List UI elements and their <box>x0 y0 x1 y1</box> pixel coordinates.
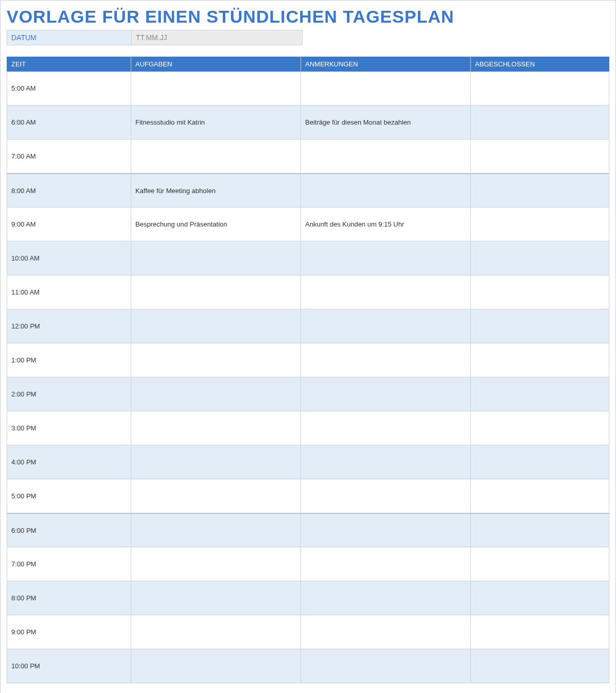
cell-aufgaben[interactable]: Kaffee für Meeting abholen <box>131 174 301 207</box>
cell-abgeschlossen[interactable] <box>471 275 609 309</box>
col-header-zeit: ZEIT <box>7 57 131 72</box>
table-row: 2:00 PM <box>7 377 609 411</box>
cell-zeit: 8:00 AM <box>7 174 131 207</box>
cell-zeit: 10:00 PM <box>7 649 131 683</box>
cell-aufgaben[interactable] <box>131 479 301 513</box>
cell-zeit: 5:00 AM <box>7 72 131 106</box>
cell-zeit: 8:00 PM <box>7 581 131 615</box>
cell-aufgaben[interactable] <box>131 649 301 683</box>
page-title: VORLAGE FÜR EINEN STÜNDLICHEN TAGESPLAN <box>7 7 609 27</box>
cell-anmerkungen[interactable]: Beiträge für diesen Monat bezahlen <box>301 106 471 140</box>
table-row: 10:00 PM <box>7 649 609 683</box>
cell-aufgaben[interactable] <box>131 547 301 581</box>
date-label: DATUM <box>7 30 132 45</box>
cell-anmerkungen[interactable] <box>301 343 471 377</box>
cell-zeit: 7:00 AM <box>7 140 131 174</box>
cell-zeit: 9:00 AM <box>7 207 131 241</box>
table-row: 5:00 PM <box>7 479 609 513</box>
cell-aufgaben[interactable] <box>131 513 301 547</box>
cell-aufgaben[interactable] <box>131 309 301 343</box>
cell-zeit: 1:00 PM <box>7 343 131 377</box>
cell-aufgaben[interactable] <box>131 140 301 174</box>
schedule-table: ZEIT AUFGABEN ANMERKUNGEN ABGESCHLOSSEN … <box>7 57 609 683</box>
cell-aufgaben[interactable] <box>131 275 301 309</box>
cell-abgeschlossen[interactable] <box>471 309 609 343</box>
table-row: 7:00 AM <box>7 140 609 174</box>
cell-anmerkungen[interactable] <box>301 241 471 275</box>
date-input[interactable]: TT.MM.JJ <box>132 30 302 45</box>
cell-zeit: 4:00 PM <box>7 445 131 479</box>
cell-aufgaben[interactable] <box>131 411 301 445</box>
cell-anmerkungen[interactable] <box>301 649 471 683</box>
cell-aufgaben[interactable] <box>131 377 301 411</box>
table-row: 4:00 PM <box>7 445 609 479</box>
cell-abgeschlossen[interactable] <box>471 72 609 106</box>
cell-anmerkungen[interactable] <box>301 479 471 513</box>
cell-aufgaben[interactable] <box>131 241 301 275</box>
cell-aufgaben[interactable] <box>131 343 301 377</box>
cell-abgeschlossen[interactable] <box>471 615 609 649</box>
cell-abgeschlossen[interactable] <box>471 581 609 615</box>
cell-anmerkungen[interactable] <box>301 445 471 479</box>
cell-zeit: 12:00 PM <box>7 309 131 343</box>
col-header-anmerkungen: ANMERKUNGEN <box>301 57 471 72</box>
cell-anmerkungen[interactable] <box>301 547 471 581</box>
table-row: 8:00 PM <box>7 581 609 615</box>
table-row: 11:00 AM <box>7 275 609 309</box>
cell-anmerkungen[interactable] <box>301 140 471 174</box>
table-row: 6:00 PM <box>7 513 609 547</box>
cell-abgeschlossen[interactable] <box>471 513 609 547</box>
cell-anmerkungen[interactable] <box>301 411 471 445</box>
cell-aufgaben[interactable] <box>131 615 301 649</box>
table-row: 9:00 PM <box>7 615 609 649</box>
table-row: 6:00 AMFitnessstudio mit KatrinBeiträge … <box>7 106 609 140</box>
cell-zeit: 10:00 AM <box>7 241 131 275</box>
cell-aufgaben[interactable] <box>131 445 301 479</box>
cell-zeit: 5:00 PM <box>7 479 131 513</box>
cell-anmerkungen[interactable]: Ankunft des Kunden um 9:15 Uhr <box>301 207 471 241</box>
cell-abgeschlossen[interactable] <box>471 241 609 275</box>
table-row: 8:00 AMKaffee für Meeting abholen <box>7 174 609 207</box>
cell-abgeschlossen[interactable] <box>471 174 609 207</box>
cell-anmerkungen[interactable] <box>301 174 471 207</box>
date-row: DATUM TT.MM.JJ <box>7 30 303 45</box>
table-row: 5:00 AM <box>7 72 609 106</box>
cell-anmerkungen[interactable] <box>301 581 471 615</box>
cell-abgeschlossen[interactable] <box>471 547 609 581</box>
cell-abgeschlossen[interactable] <box>471 377 609 411</box>
cell-anmerkungen[interactable] <box>301 275 471 309</box>
cell-anmerkungen[interactable] <box>301 513 471 547</box>
cell-anmerkungen[interactable] <box>301 309 471 343</box>
cell-abgeschlossen[interactable] <box>471 207 609 241</box>
cell-anmerkungen[interactable] <box>301 377 471 411</box>
cell-zeit: 7:00 PM <box>7 547 131 581</box>
page-container: VORLAGE FÜR EINEN STÜNDLICHEN TAGESPLAN … <box>0 0 616 693</box>
cell-abgeschlossen[interactable] <box>471 343 609 377</box>
cell-aufgaben[interactable] <box>131 72 301 106</box>
table-row: 9:00 AMBesprechung und PräsentationAnkun… <box>7 207 609 241</box>
table-row: 7:00 PM <box>7 547 609 581</box>
cell-aufgaben[interactable]: Fitnessstudio mit Katrin <box>131 106 301 140</box>
cell-abgeschlossen[interactable] <box>471 445 609 479</box>
cell-zeit: 3:00 PM <box>7 411 131 445</box>
cell-zeit: 2:00 PM <box>7 377 131 411</box>
col-header-aufgaben: AUFGABEN <box>131 57 301 72</box>
cell-zeit: 9:00 PM <box>7 615 131 649</box>
cell-zeit: 6:00 AM <box>7 106 131 140</box>
cell-aufgaben[interactable] <box>131 581 301 615</box>
cell-abgeschlossen[interactable] <box>471 411 609 445</box>
cell-abgeschlossen[interactable] <box>471 479 609 513</box>
col-header-abgeschlossen: ABGESCHLOSSEN <box>471 57 609 72</box>
table-header-row: ZEIT AUFGABEN ANMERKUNGEN ABGESCHLOSSEN <box>7 57 609 72</box>
cell-abgeschlossen[interactable] <box>471 649 609 683</box>
cell-anmerkungen[interactable] <box>301 615 471 649</box>
cell-anmerkungen[interactable] <box>301 72 471 106</box>
cell-zeit: 11:00 AM <box>7 275 131 309</box>
cell-aufgaben[interactable]: Besprechung und Präsentation <box>131 207 301 241</box>
table-row: 10:00 AM <box>7 241 609 275</box>
cell-abgeschlossen[interactable] <box>471 140 609 174</box>
table-row: 1:00 PM <box>7 343 609 377</box>
table-row: 12:00 PM <box>7 309 609 343</box>
cell-abgeschlossen[interactable] <box>471 106 609 140</box>
table-row: 3:00 PM <box>7 411 609 445</box>
